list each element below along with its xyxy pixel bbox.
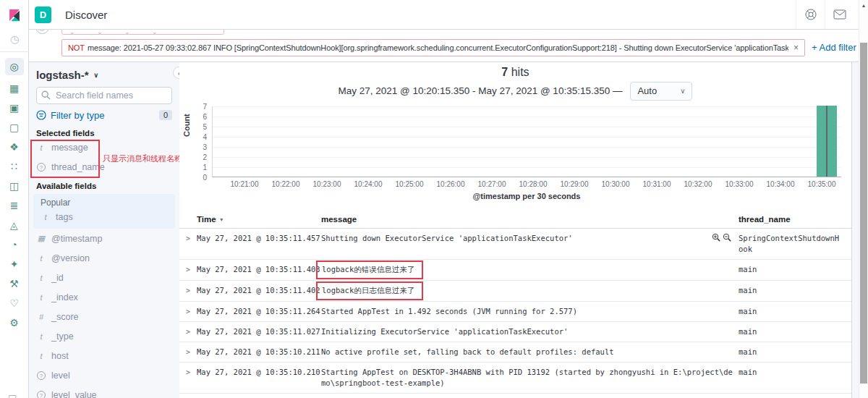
cell-time: May 27, 2021 @ 10:35:11.403	[197, 264, 321, 276]
filter-text: message: 2021-05-27 09:33:02.867 INFO [S…	[88, 43, 788, 52]
field-@version[interactable]: t@version	[36, 248, 172, 268]
feedback-button[interactable]	[825, 0, 854, 29]
field-name: message	[51, 143, 88, 153]
histogram-bar[interactable]	[817, 106, 837, 177]
nav-rail: ◷ ◎▦▣▢❖∷◫≣◬◔✦⚒♡⚙ ▭	[0, 0, 29, 398]
expand-row-icon[interactable]: >	[182, 306, 197, 317]
y-axis-tick: 6	[179, 113, 207, 121]
kibana-discover-page: ◷ ◎▦▣▢❖∷◫≣◬◔✦⚒♡⚙ ▭ D Discover ◷	[0, 0, 868, 398]
cell-message: logback的日志信息过来了	[321, 285, 739, 297]
cell-message: No active profile set, falling back to d…	[321, 347, 739, 357]
page-title: Discover	[65, 9, 107, 21]
recently-viewed-icon[interactable]: ◷	[0, 30, 29, 52]
scrollbar-thumb[interactable]	[860, 43, 867, 384]
time-range-end-marker	[826, 106, 827, 177]
nav-canvas-icon[interactable]: ▢	[5, 121, 24, 134]
nav-siem-icon[interactable]: ✦	[5, 258, 24, 271]
kibana-logo[interactable]	[0, 0, 29, 30]
table-header: Time▼messagethread_name	[179, 212, 851, 229]
field-name: host	[51, 351, 69, 361]
field-name: _index	[51, 292, 78, 302]
x-axis-tick: 10:25:00	[389, 180, 430, 188]
interval-select[interactable]: Auto ∨	[630, 82, 692, 101]
field-_type[interactable]: t_type	[36, 326, 172, 346]
number-type-icon: #	[36, 313, 46, 321]
cell-message: Shutting down ExecutorService 'applicati…	[321, 233, 739, 255]
filter-pill[interactable]: NOT message: 2021-05-27 09:33:02.867 INF…	[61, 39, 805, 56]
nav-metrics-icon[interactable]: ◫	[5, 179, 24, 192]
field-level[interactable]: ?level	[36, 365, 172, 385]
field-level_value[interactable]: ?level_value	[36, 385, 172, 398]
search-icon	[41, 90, 51, 100]
column-header-time[interactable]: Time▼	[197, 212, 321, 228]
help-button[interactable]	[796, 0, 825, 29]
cell-thread-name: main	[739, 367, 846, 389]
scrollbar[interactable]: ▲	[859, 0, 868, 398]
string-type-icon: t	[36, 143, 46, 152]
y-axis-tick: 3	[179, 143, 207, 151]
nav-dashboard-icon[interactable]: ▣	[5, 101, 24, 114]
hits-count: 7	[501, 66, 508, 78]
string-type-icon: t	[36, 254, 46, 263]
nav-dev-tools-icon[interactable]: ⚒	[5, 277, 24, 290]
x-axis-label: @timestamp per 30 seconds	[212, 192, 841, 200]
annotation-note: 只显示消息和线程名称	[103, 153, 182, 164]
kibana-logo-icon	[7, 8, 22, 22]
annotation-box-message: logback的错误信息过来了	[316, 261, 423, 279]
remove-filter-icon[interactable]: ×	[793, 43, 799, 53]
field-tags[interactable]: ttags	[38, 208, 171, 226]
app-badge: D	[35, 7, 51, 23]
column-header-thread[interactable]: thread_name	[739, 212, 846, 228]
nav-logs-icon[interactable]: ≣	[5, 199, 24, 212]
field-name: @version	[51, 253, 90, 263]
field-host[interactable]: thost	[36, 346, 172, 365]
y-axis-tick: 2	[179, 153, 207, 161]
field-@timestamp[interactable]: ▦@timestamp	[36, 229, 172, 248]
column-header-message[interactable]: message	[321, 212, 739, 228]
nav-machine-learning-icon[interactable]: ∷	[5, 160, 24, 173]
field-name: tags	[56, 212, 73, 222]
string-type-icon: t	[36, 332, 46, 341]
expand-row-icon[interactable]: >	[182, 367, 197, 389]
field-search-input[interactable]	[36, 87, 172, 104]
nav-apm-icon[interactable]: ◬	[5, 219, 24, 232]
field-_index[interactable]: t_index	[36, 287, 172, 307]
expand-row-icon[interactable]: >	[182, 285, 197, 297]
nav-visualize-icon[interactable]: ▦	[5, 82, 24, 95]
index-pattern-selector[interactable]: logstash-* ∨	[36, 68, 172, 81]
cell-thread-name: main	[739, 264, 846, 276]
expand-row-icon[interactable]: >	[182, 233, 197, 255]
y-axis-tick: 1	[179, 164, 207, 172]
chevron-down-icon: ∨	[94, 72, 99, 79]
nav-management-icon[interactable]: ⚙	[5, 316, 24, 329]
add-filter-button[interactable]: + Add filter	[812, 42, 856, 53]
y-axis-tick: 7	[179, 103, 207, 111]
field-_id[interactable]: t_id	[36, 268, 172, 287]
popular-fields-list: ttags	[38, 208, 171, 226]
index-pattern-name: logstash-*	[36, 69, 89, 81]
nav-maps-icon[interactable]: ❖	[5, 140, 24, 153]
calendar-icon: ▦	[36, 234, 46, 243]
field-_score[interactable]: #_score	[36, 307, 172, 326]
expand-row-icon[interactable]: >	[182, 326, 197, 337]
nav-stack-monitoring-icon[interactable]: ♡	[5, 297, 24, 310]
x-axis-tick: 10:22:00	[265, 180, 306, 188]
nav-uptime-icon[interactable]: ◔	[5, 238, 24, 251]
expand-row-icon[interactable]: >	[182, 347, 197, 357]
field-name: level	[51, 371, 70, 381]
annotation-box-message: logback的日志信息过来了	[316, 281, 423, 300]
nav-discover-icon[interactable]: ◎	[5, 58, 24, 75]
collapse-nav-icon[interactable]: ▭	[8, 391, 17, 398]
filter-icon	[36, 110, 46, 120]
filter-by-type-button[interactable]: Filter by type	[36, 110, 104, 121]
zoom-in-icon[interactable]	[712, 233, 720, 245]
zoom-out-icon[interactable]	[723, 233, 731, 245]
scroll-up-arrow-icon[interactable]: ▲	[859, 0, 868, 8]
message-text: Started AppTest in 1.492 seconds (JVM ru…	[321, 307, 577, 316]
expand-row-icon[interactable]: >	[182, 264, 197, 276]
message-text: Starting AppTest on DESKTOP-3H4ABNB with…	[321, 368, 733, 387]
x-axis-tick: 10:32:00	[678, 180, 718, 188]
x-axis-tick: 10:27:00	[472, 180, 512, 188]
fields-sidebar: logstash-* ∨ ‹ Filter by type 0 Selected…	[29, 62, 179, 398]
time-range-row: May 27, 2021 @ 10:20:15.350 - May 27, 20…	[179, 81, 851, 101]
